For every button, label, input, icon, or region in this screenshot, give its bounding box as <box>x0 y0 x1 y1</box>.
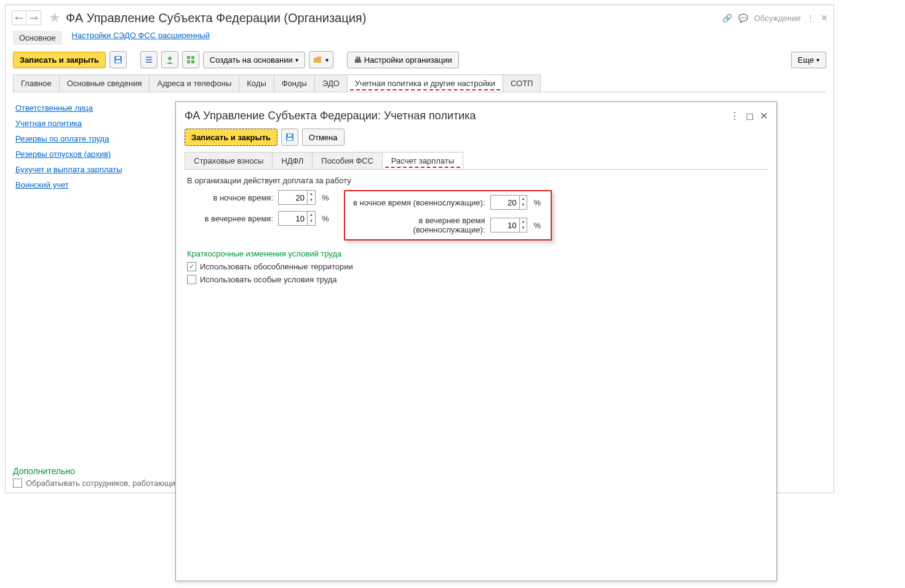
window-controls: 🔗 💬 Обсуждение ⋮ × <box>722 12 827 25</box>
link-reserves-pay[interactable]: Резервы по оплате труда <box>15 134 167 143</box>
svg-rect-9 <box>187 60 190 63</box>
link-icon[interactable]: 🔗 <box>722 14 732 23</box>
footer-title: Дополнительно <box>13 466 179 476</box>
evening-mil-spinner[interactable]: ▲▼ <box>490 218 528 232</box>
svg-rect-12 <box>287 138 292 140</box>
grid-icon-button[interactable] <box>182 51 199 68</box>
evening-mil-label: в вечернее время (военнослужащие): <box>350 216 485 234</box>
spin-up-icon[interactable]: ▲ <box>308 212 315 218</box>
tab-main[interactable]: Главное <box>13 74 60 92</box>
link-reserves-vacation[interactable]: Резервы отпусков (архив) <box>15 149 167 159</box>
tab-codes[interactable]: Коды <box>239 74 274 92</box>
inner-tab-salary-calc[interactable]: Расчет зарплаты <box>382 152 463 169</box>
night-mil-input[interactable] <box>491 196 519 209</box>
spin-down-icon[interactable]: ▼ <box>520 224 527 231</box>
spin-down-icon[interactable]: ▼ <box>308 218 315 224</box>
section-main[interactable]: Основное <box>13 31 62 45</box>
dialog-maximize-icon[interactable]: ◻ <box>746 110 754 122</box>
dialog-body: В организации действует доплата за работ… <box>176 170 776 294</box>
pct-unit: % <box>322 193 329 202</box>
footer-checkbox[interactable] <box>13 479 22 488</box>
night-mil-spinner[interactable]: ▲▼ <box>490 195 528 210</box>
dialog-toolbar: Записать и закрыть Отмена <box>176 129 776 152</box>
chevron-down-icon: ▾ <box>816 57 819 63</box>
dialog-close-icon[interactable]: ✕ <box>760 110 768 122</box>
pct-unit: % <box>533 198 541 207</box>
chk-special-conditions-label: Использовать особые условия труда <box>200 275 337 284</box>
dialog-more-icon[interactable]: ⋮ <box>730 110 740 122</box>
chk-territories[interactable]: ✓ <box>187 262 196 271</box>
star-icon[interactable]: ★ <box>49 10 61 26</box>
tab-edo[interactable]: ЭДО <box>314 74 348 92</box>
tab-accounting-policy[interactable]: Учетная политика и другие настройки <box>347 74 503 92</box>
military-fields-highlight: в ночное время (военнослужащие): ▲▼ % в … <box>344 190 552 240</box>
chat-icon[interactable]: 💬 <box>738 14 748 23</box>
tab-addresses[interactable]: Адреса и телефоны <box>149 74 239 92</box>
spin-up-icon[interactable]: ▲ <box>520 218 527 224</box>
folder-dropdown-button[interactable]: ▾ <box>309 51 333 68</box>
sidebar-links: Ответственные лица Учетная политика Резе… <box>13 100 173 466</box>
svg-rect-7 <box>187 56 190 59</box>
link-responsible[interactable]: Ответственные лица <box>15 103 167 113</box>
org-settings-button[interactable]: 🖶 Настройки организации <box>347 52 459 68</box>
section-sedo-link[interactable]: Настройки СЭДО ФСС расширенный <box>72 31 210 45</box>
link-military[interactable]: Воинский учет <box>15 180 167 189</box>
spin-down-icon[interactable]: ▼ <box>308 197 315 203</box>
pct-unit: % <box>322 214 329 223</box>
footer-chk-label: Обрабатывать сотрудников, работающих <box>26 479 179 488</box>
link-accounting-policy[interactable]: Учетная политика <box>15 119 167 128</box>
inner-tab-insurance[interactable]: Страховые взносы <box>185 152 273 169</box>
dialog-cancel-button[interactable]: Отмена <box>302 129 345 146</box>
accounting-policy-dialog: ФА Управление Субъекта Федерации: Учетна… <box>175 101 777 581</box>
svg-rect-4 <box>146 59 152 60</box>
svg-rect-13 <box>288 134 292 137</box>
chk-special-conditions[interactable] <box>187 275 196 284</box>
tab-sotp[interactable]: СОТП <box>503 74 541 92</box>
create-based-button[interactable]: Создать на основании ▾ <box>203 52 305 68</box>
svg-rect-5 <box>146 62 152 63</box>
inner-tab-benefits[interactable]: Пособия ФСС <box>312 152 382 169</box>
more-button[interactable]: Еще ▾ <box>791 52 826 68</box>
person-icon-button[interactable] <box>161 51 178 68</box>
chevron-down-icon: ▾ <box>325 57 329 63</box>
svg-rect-3 <box>146 57 152 58</box>
short-term-title: Краткосрочные изменения условий труда <box>187 249 765 258</box>
save-button[interactable] <box>110 51 127 68</box>
footer-section: Дополнительно Обрабатывать сотрудников, … <box>13 466 179 488</box>
back-button[interactable]: 🡐 <box>12 10 26 25</box>
dialog-title-bar: ФА Управление Субъекта Федерации: Учетна… <box>176 102 776 129</box>
spin-down-icon[interactable]: ▼ <box>520 202 527 208</box>
evening-mil-input[interactable] <box>491 218 519 232</box>
forward-button[interactable]: 🡒 <box>26 10 41 25</box>
spin-up-icon[interactable]: ▲ <box>308 191 315 197</box>
night-input[interactable] <box>279 191 307 204</box>
close-icon[interactable]: × <box>821 12 827 25</box>
night-spinner[interactable]: ▲▼ <box>278 190 316 205</box>
page-title: ФА Управление Субъекта Федерации (Органи… <box>66 11 366 25</box>
main-tabs: Главное Основные сведения Адреса и телеф… <box>13 74 826 92</box>
save-close-button[interactable]: Записать и закрыть <box>13 52 106 68</box>
tab-funds[interactable]: Фонды <box>274 74 315 92</box>
spin-up-icon[interactable]: ▲ <box>520 196 527 202</box>
svg-rect-1 <box>116 60 121 63</box>
chevron-down-icon: ▾ <box>295 57 298 63</box>
dialog-title: ФА Управление Субъекта Федерации: Учетна… <box>185 109 476 122</box>
section-text: В организации действует доплата за работ… <box>187 176 765 185</box>
link-accounting-salary[interactable]: Бухучет и выплата зарплаты <box>15 165 167 174</box>
title-bar: 🡐 🡒 ★ ФА Управление Субъекта Федерации (… <box>6 5 834 31</box>
svg-rect-10 <box>191 60 194 63</box>
dialog-save-close-button[interactable]: Записать и закрыть <box>185 129 277 146</box>
evening-spinner[interactable]: ▲▼ <box>278 211 316 226</box>
pct-unit: % <box>533 221 541 230</box>
list-icon-button[interactable] <box>140 51 157 68</box>
more-menu-icon[interactable]: ⋮ <box>807 14 815 23</box>
dialog-save-button[interactable] <box>281 129 298 146</box>
main-toolbar: Записать и закрыть Создать на основании … <box>6 51 834 74</box>
tab-basic-info[interactable]: Основные сведения <box>59 74 150 92</box>
discuss-link[interactable]: Обсуждение <box>754 14 801 23</box>
inner-tab-ndfl[interactable]: НДФЛ <box>272 152 313 169</box>
section-links: Основное Настройки СЭДО ФСС расширенный <box>6 31 834 51</box>
evening-input[interactable] <box>279 212 307 225</box>
night-label: в ночное время: <box>187 193 273 202</box>
print-icon: 🖶 <box>354 55 362 65</box>
